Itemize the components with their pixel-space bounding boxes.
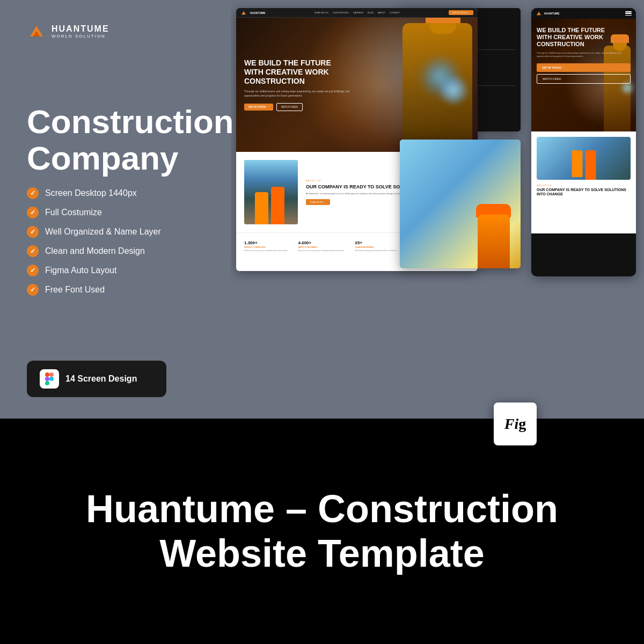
stat-label-1: PROJECT COMPLETED bbox=[244, 246, 288, 248]
stat-number-1: 1.300+ bbox=[244, 240, 288, 245]
svg-rect-2 bbox=[45, 377, 49, 381]
mobile-hero-title: WE BUILD THE FUTURE WITH CREATIVE WORK C… bbox=[537, 27, 631, 48]
bottom-section: Fig Huantume – Construction Website Temp… bbox=[0, 419, 644, 644]
hamburger-menu[interactable] bbox=[625, 11, 632, 16]
stat-label-2: HAPPY COSTUMERS bbox=[298, 246, 345, 248]
check-icon-2 bbox=[27, 207, 39, 218]
feature-label-6: Free Font Used bbox=[45, 285, 105, 295]
stat-number-2: 4.600+ bbox=[298, 240, 345, 245]
stat-item-3: 25+ YEARS EXPERIENCE We've been developi… bbox=[355, 240, 397, 252]
hero-line3: CONSTRUCTION bbox=[244, 77, 305, 85]
mobile-worker-2 bbox=[585, 150, 596, 180]
top-section: HUANTUME WORLD SOLUTION Construction Com… bbox=[0, 0, 644, 419]
stat-desc-2: We promise our current opinion to adding… bbox=[298, 250, 345, 252]
nav-brand: HUANTUME bbox=[250, 11, 266, 14]
mobile-logo-text: HUANTUME bbox=[544, 12, 560, 15]
welder-area bbox=[360, 18, 478, 152]
logo-area: HUANTUME WORLD SOLUTION bbox=[27, 21, 204, 41]
mobile-cta-primary[interactable]: GET IN TOUCH → bbox=[537, 63, 631, 72]
weld-glow bbox=[440, 77, 467, 104]
feature-item-4: Clean and Modern Design bbox=[27, 245, 204, 257]
hamburger-line-2 bbox=[625, 13, 632, 14]
figma-badge: 14 Screen Design bbox=[27, 361, 166, 397]
figma-icon bbox=[40, 369, 59, 389]
check-icon-1 bbox=[27, 187, 39, 199]
feature-label-5: Figma Auto Layout bbox=[45, 266, 116, 275]
feature-item-1: Screen Desktop 1440px bbox=[27, 187, 204, 199]
bottom-title: Huantume – Construction Website Template bbox=[64, 487, 580, 576]
hero-line2: WITH CREATIVE WORK bbox=[244, 68, 329, 76]
mobile-about: ABOUT US OUR COMPANY IS READY TO SOLVE S… bbox=[531, 131, 636, 233]
mobile-navbar: HUANTUME bbox=[531, 8, 636, 19]
bottom-title-line2: Website Template bbox=[159, 532, 485, 575]
feature-item-6: Free Font Used bbox=[27, 284, 204, 296]
brand-name: HUANTUME bbox=[52, 24, 109, 34]
check-icon-6 bbox=[27, 284, 39, 296]
hamburger-line-3 bbox=[625, 15, 632, 16]
hero-line1: WE BUILD THE FUTURE bbox=[244, 58, 331, 67]
check-icon-5 bbox=[27, 265, 39, 276]
stat-label-3: YEARS EXPERIENCE bbox=[355, 246, 397, 248]
feature-label-4: Clean and Modern Design bbox=[45, 246, 145, 256]
worker-figure-2 bbox=[271, 187, 284, 224]
main-title: Construction Company bbox=[27, 104, 204, 177]
svg-rect-1 bbox=[49, 372, 54, 377]
mobile-cta-secondary[interactable]: WATCH VIDEO bbox=[537, 74, 631, 84]
mobile-hero-text: Through our skilled teams and cutting-ed… bbox=[537, 52, 631, 58]
fig-text: Fi bbox=[504, 415, 518, 432]
about-cta[interactable]: READ MORE → bbox=[306, 199, 330, 205]
mobile-workers-figures bbox=[572, 150, 596, 180]
hamburger-line-1 bbox=[625, 11, 632, 12]
feature-item-2: Full Costumize bbox=[27, 207, 204, 218]
welder-helmet bbox=[426, 18, 460, 23]
preview-hero: WE BUILD THE FUTURE WITH CREATIVE WORK C… bbox=[236, 18, 478, 152]
feature-label-1: Screen Desktop 1440px bbox=[45, 188, 137, 198]
preview-navbar: HUANTUME WHAT WE DO OUR PROCESS CAREERS … bbox=[236, 8, 478, 18]
stat-item-1: 1.300+ PROJECT COMPLETED Hundreds of new… bbox=[244, 240, 288, 252]
fig-g: g bbox=[518, 415, 526, 432]
feature-label-2: Full Costumize bbox=[45, 208, 102, 217]
hero-subtitle: Through our skilled teams and cutting-ed… bbox=[244, 89, 361, 98]
left-panel: HUANTUME WORLD SOLUTION Construction Com… bbox=[0, 0, 231, 419]
figma-badge-text: 14 Screen Design bbox=[65, 374, 137, 384]
about-image bbox=[244, 160, 298, 224]
right-panel: Resources BlogNewsletterFAQsSupportCaree… bbox=[231, 0, 644, 419]
svg-rect-3 bbox=[45, 381, 49, 385]
bottom-right-preview bbox=[400, 140, 521, 268]
stat-desc-1: Hundreds of new projects we completed wi… bbox=[244, 250, 288, 252]
stat-number-3: 25+ bbox=[355, 240, 397, 245]
hero-btns: GET IN TOUCH → WATCH VIDEO bbox=[244, 103, 361, 111]
mobile-hero-btns: GET IN TOUCH → WATCH VIDEO bbox=[537, 63, 631, 84]
stat-item-2: 4.600+ HAPPY COSTUMERS We promise our cu… bbox=[298, 240, 345, 252]
workers-background bbox=[244, 160, 298, 224]
brand-tagline: WORLD SOLUTION bbox=[52, 34, 109, 39]
features-list: Screen Desktop 1440px Full Costumize Wel… bbox=[27, 187, 204, 296]
title-line1: Construction bbox=[27, 103, 234, 140]
mobile-screenshot: HUANTUME WE BUILD T bbox=[531, 8, 636, 276]
brand-logo-icon bbox=[27, 21, 46, 41]
bottom-preview-bg bbox=[400, 140, 521, 268]
fig-badge: Fig bbox=[494, 402, 537, 445]
title-section: Construction Company Screen Desktop 1440… bbox=[27, 104, 204, 303]
nav-links: WHAT WE DO OUR PROCESS CAREERS BLOG ABOU… bbox=[314, 11, 400, 14]
worker-figure-1 bbox=[255, 192, 268, 224]
preview-hero-content: WE BUILD THE FUTURE WITH CREATIVE WORK C… bbox=[236, 58, 369, 111]
feature-label-3: Well Organized & Name Layer bbox=[45, 227, 161, 237]
mobile-about-label: ABOUT US bbox=[537, 184, 631, 187]
mobile-hero: WE BUILD THE FUTURE WITH CREATIVE WORK C… bbox=[531, 19, 636, 131]
stat-desc-3: We've been developing for decades to add… bbox=[355, 250, 397, 252]
nav-cta-button[interactable]: GET IN TOUCH → bbox=[449, 10, 473, 15]
logo-text: HUANTUME WORLD SOLUTION bbox=[52, 24, 109, 39]
feature-item-3: Well Organized & Name Layer bbox=[27, 226, 204, 238]
title-line2: Company bbox=[27, 140, 178, 177]
hero-title: WE BUILD THE FUTURE WITH CREATIVE WORK C… bbox=[244, 58, 361, 85]
bottom-preview-worker bbox=[478, 215, 510, 268]
mobile-worker-1 bbox=[572, 150, 582, 177]
svg-rect-0 bbox=[45, 372, 49, 377]
svg-point-4 bbox=[49, 377, 54, 381]
hero-cta-secondary[interactable]: WATCH VIDEO bbox=[276, 103, 303, 111]
bottom-title-line1: Huantume – Construction bbox=[86, 487, 558, 530]
hero-cta-primary[interactable]: GET IN TOUCH → bbox=[244, 104, 273, 111]
check-icon-4 bbox=[27, 245, 39, 257]
mobile-about-img bbox=[537, 137, 631, 180]
